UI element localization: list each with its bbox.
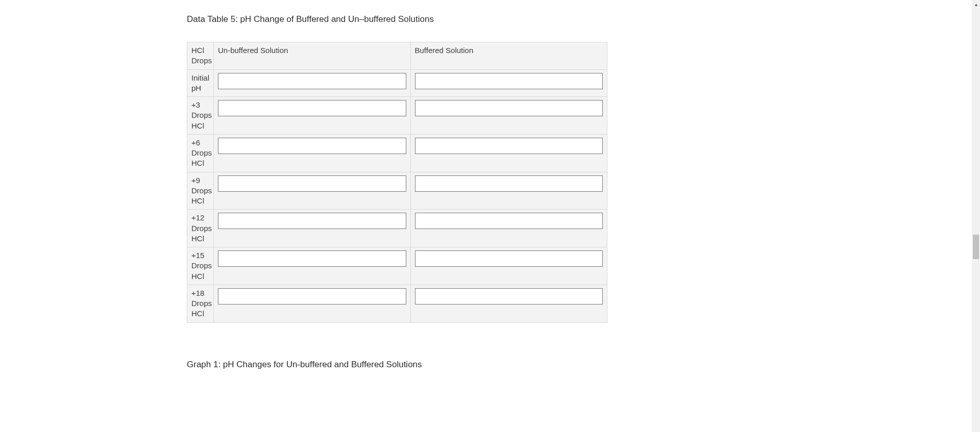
cell-unbuffered — [214, 172, 411, 210]
input-unbuffered-6-drops[interactable] — [218, 138, 406, 154]
cell-buffered — [410, 134, 607, 172]
input-buffered-9-drops[interactable] — [415, 175, 603, 192]
cell-buffered — [410, 210, 607, 247]
input-buffered-18-drops[interactable] — [415, 288, 603, 304]
cell-unbuffered — [214, 134, 411, 172]
table-row: +12 Drops HCl — [187, 210, 607, 247]
input-unbuffered-9-drops[interactable] — [218, 175, 406, 192]
input-buffered-initial-ph[interactable] — [415, 73, 603, 89]
cell-unbuffered — [214, 285, 411, 322]
input-unbuffered-18-drops[interactable] — [218, 288, 406, 304]
cell-buffered — [410, 285, 607, 322]
document-content: Data Table 5: pH Change of Buffered and … — [187, 14, 607, 370]
input-unbuffered-initial-ph[interactable] — [218, 73, 406, 89]
col-header-buffered: Buffered Solution — [410, 42, 607, 70]
input-unbuffered-12-drops[interactable] — [218, 213, 406, 229]
cell-unbuffered — [214, 210, 411, 247]
input-unbuffered-15-drops[interactable] — [218, 250, 406, 267]
table-row: +18 Drops HCl — [187, 285, 607, 322]
row-label: +9 Drops HCl — [187, 172, 214, 210]
cell-buffered — [410, 172, 607, 210]
col-header-hcl-drops: HCl Drops — [187, 42, 214, 70]
vertical-scrollbar[interactable]: ▴ — [972, 0, 980, 370]
table-row: Initial pH — [187, 69, 607, 97]
cell-unbuffered — [214, 247, 411, 285]
input-buffered-15-drops[interactable] — [415, 250, 603, 267]
table-row: +9 Drops HCl — [187, 172, 607, 210]
row-label: +18 Drops HCl — [187, 285, 214, 322]
input-buffered-6-drops[interactable] — [415, 138, 603, 154]
row-label: +12 Drops HCl — [187, 210, 214, 247]
table-row: +3 Drops HCl — [187, 97, 607, 135]
row-label: +3 Drops HCl — [187, 97, 214, 135]
cell-unbuffered — [214, 69, 411, 97]
cell-buffered — [410, 97, 607, 135]
graph-title: Graph 1: pH Changes for Un-buffered and … — [187, 360, 607, 370]
chevron-up-icon[interactable]: ▴ — [972, 0, 980, 8]
row-label: Initial pH — [187, 69, 214, 97]
input-buffered-3-drops[interactable] — [415, 100, 603, 116]
table-row: +6 Drops HCl — [187, 134, 607, 172]
input-unbuffered-3-drops[interactable] — [218, 100, 406, 116]
input-buffered-12-drops[interactable] — [415, 213, 603, 229]
row-label: +15 Drops HCl — [187, 247, 214, 285]
table-header-row: HCl Drops Un-buffered Solution Buffered … — [187, 42, 607, 70]
cell-buffered — [410, 247, 607, 285]
cell-unbuffered — [214, 97, 411, 135]
data-table-5: HCl Drops Un-buffered Solution Buffered … — [187, 42, 607, 323]
row-label: +6 Drops HCl — [187, 134, 214, 172]
col-header-unbuffered: Un-buffered Solution — [214, 42, 411, 70]
scrollbar-thumb[interactable] — [973, 235, 979, 259]
table-row: +15 Drops HCl — [187, 247, 607, 285]
cell-buffered — [410, 69, 607, 97]
table-title: Data Table 5: pH Change of Buffered and … — [187, 14, 607, 24]
